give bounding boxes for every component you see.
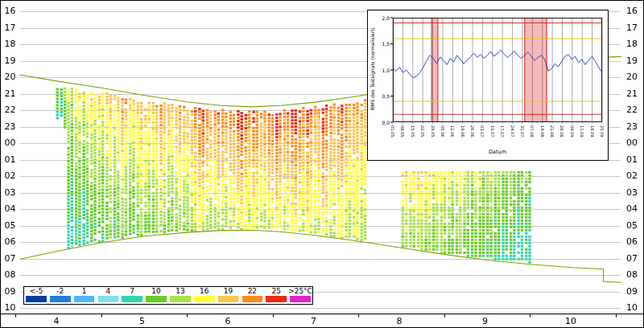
legend-cell: 25 (264, 287, 288, 304)
legend-label: 10 (151, 287, 160, 295)
legend-color-swatch (242, 296, 263, 302)
legend-color-swatch (170, 296, 191, 302)
legend-color-swatch (26, 296, 47, 302)
legend-color-swatch (290, 296, 311, 302)
legend-color-swatch (218, 296, 239, 302)
legend-cell: 13 (168, 287, 192, 304)
legend-label: 16 (200, 287, 208, 295)
temperature-color-legend: <-5-2147101316192225>25°C (23, 286, 313, 305)
legend-label: 22 (248, 287, 257, 295)
legend-cell: 16 (192, 287, 217, 304)
legend-cell: 10 (144, 287, 168, 304)
legend-color-swatch (98, 296, 119, 302)
legend-label: -2 (56, 287, 64, 295)
legend-cell: >25°C (288, 287, 312, 304)
legend-color-swatch (266, 296, 287, 302)
legend-cell: -2 (48, 287, 72, 304)
legend-cell: 22 (240, 287, 264, 304)
legend-label: 13 (175, 287, 184, 295)
legend-label: >25°C (288, 287, 312, 295)
legend-label: 7 (130, 287, 134, 295)
legend-color-swatch (194, 296, 215, 302)
legend-cell: 1 (72, 287, 97, 304)
legend-label: 25 (271, 287, 280, 295)
legend-color-swatch (74, 296, 95, 302)
legend-cell: 7 (120, 287, 144, 304)
night-temperature-thermogram: RMS des Testsignals (normalisiert) Datum… (0, 0, 644, 328)
chart-canvas (0, 0, 644, 328)
legend-color-swatch (50, 296, 71, 302)
legend-color-swatch (122, 296, 142, 302)
legend-cell: 4 (96, 287, 120, 304)
legend-label: <-5 (30, 287, 43, 295)
legend-cell: <-5 (24, 287, 48, 304)
legend-label: 19 (224, 287, 233, 295)
legend-cell: 19 (217, 287, 241, 304)
legend-label: 4 (106, 287, 111, 295)
legend-label: 1 (82, 287, 87, 295)
legend-color-swatch (146, 296, 167, 302)
